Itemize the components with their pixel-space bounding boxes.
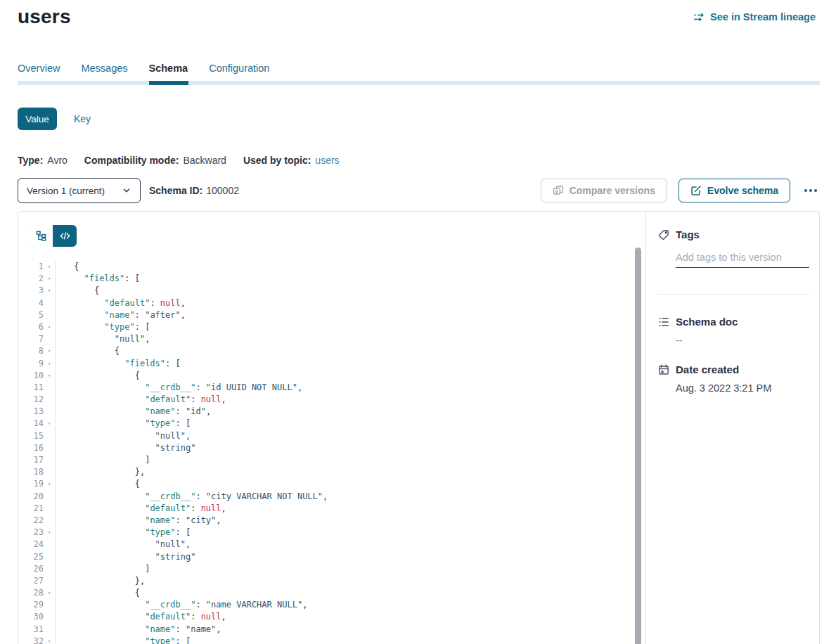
details-sidebar: Tags Schema doc -- xyxy=(645,212,819,644)
line-number: 12 xyxy=(18,394,44,406)
code-line[interactable]: 14▾ "type": [ xyxy=(18,418,645,430)
stream-lineage-link[interactable]: See in Stream lineage xyxy=(693,11,816,22)
code-line[interactable]: 32▾ "type": [ xyxy=(18,636,645,644)
code-line[interactable]: 17 ] xyxy=(18,454,645,466)
fold-arrow-icon[interactable]: ▾ xyxy=(44,321,55,333)
ellipsis-icon xyxy=(804,189,807,192)
value-toggle-button[interactable]: Value xyxy=(18,108,57,130)
code-line[interactable]: 23▾ "type": [ xyxy=(18,527,645,539)
tree-view-button[interactable] xyxy=(29,225,53,247)
fold-spacer xyxy=(44,563,55,575)
fold-spacer xyxy=(44,611,55,623)
code-view-button[interactable] xyxy=(53,225,77,247)
code-line[interactable]: 13 "name": "id", xyxy=(18,406,645,418)
fold-arrow-icon[interactable]: ▾ xyxy=(44,370,55,382)
line-number: 21 xyxy=(18,503,44,515)
code-line[interactable]: 22 "name": "city", xyxy=(18,515,645,527)
code-line[interactable]: 19▾ { xyxy=(18,478,645,490)
topic-link[interactable]: users xyxy=(315,155,339,166)
compare-versions-button[interactable]: Compare versions xyxy=(541,179,667,202)
evolve-schema-button[interactable]: Evolve schema xyxy=(679,179,790,202)
code-line[interactable]: 16 "string" xyxy=(18,442,645,454)
line-number: 25 xyxy=(18,551,44,563)
stream-lineage-icon xyxy=(693,12,705,22)
code-line[interactable]: 2▾ "fields": [ xyxy=(18,273,645,285)
tab-overview[interactable]: Overview xyxy=(18,63,60,79)
code-line[interactable]: 25 "string" xyxy=(18,551,645,563)
fold-arrow-icon[interactable]: ▾ xyxy=(44,587,55,599)
schema-doc-title: Schema doc xyxy=(676,316,738,328)
tag-icon xyxy=(658,229,669,240)
fold-arrow-icon[interactable]: ▾ xyxy=(44,261,55,273)
code-line[interactable]: 8▾ { xyxy=(18,345,645,357)
code-text: "string" xyxy=(56,551,195,563)
tab-messages[interactable]: Messages xyxy=(81,63,127,79)
fold-arrow-icon[interactable]: ▾ xyxy=(44,273,55,285)
code-lines: 1▾{2▾ "fields": [3▾ {4 "default": null,5… xyxy=(18,261,645,644)
code-text: }, xyxy=(56,575,145,587)
version-select[interactable]: Version 1 (current) xyxy=(18,178,141,203)
code-text: { xyxy=(56,345,120,357)
code-text: "type": [ xyxy=(56,527,191,539)
date-created-header: Date created xyxy=(646,363,819,375)
line-number: 3 xyxy=(18,285,44,297)
schema-id: Schema ID: 100002 xyxy=(149,185,239,196)
code-line[interactable]: 20 "__crdb__": "city VARCHAR NOT NULL", xyxy=(18,491,645,503)
code-line[interactable]: 10▾ { xyxy=(18,370,645,382)
code-line[interactable]: 5 "name": "after", xyxy=(18,309,645,321)
line-number: 11 xyxy=(18,382,44,394)
line-number: 14 xyxy=(18,418,44,430)
line-number: 5 xyxy=(18,309,44,321)
gutter: 8▾ xyxy=(18,345,56,357)
line-number: 23 xyxy=(18,527,44,539)
code-line[interactable]: 15 "null", xyxy=(18,430,645,442)
gutter: 10▾ xyxy=(18,370,56,382)
code-line[interactable]: 24 "null", xyxy=(18,539,645,550)
code-line[interactable]: 30 "default": null, xyxy=(18,611,645,623)
line-number: 6 xyxy=(18,321,44,333)
line-number: 22 xyxy=(18,515,44,527)
code-line[interactable]: 31 "name": "name", xyxy=(18,624,645,636)
tags-input[interactable] xyxy=(676,250,809,268)
tab-schema[interactable]: Schema xyxy=(149,63,188,79)
fold-arrow-icon[interactable]: ▾ xyxy=(44,527,55,539)
line-number: 1 xyxy=(18,261,44,273)
used-by-topic-label: Used by topic: xyxy=(243,155,311,166)
key-toggle-button[interactable]: Key xyxy=(74,113,91,124)
fold-arrow-icon[interactable]: ▾ xyxy=(44,636,55,644)
gutter: 17 xyxy=(18,454,56,466)
schema-editor[interactable]: 1▾{2▾ "fields": [3▾ {4 "default": null,5… xyxy=(18,212,645,644)
code-line[interactable]: 27 }, xyxy=(18,575,645,587)
tab-configuration[interactable]: Configuration xyxy=(209,63,269,79)
more-options-button[interactable] xyxy=(802,189,820,192)
gutter: 30 xyxy=(18,611,56,623)
code-text: "default": null, xyxy=(56,611,226,623)
fold-arrow-icon[interactable]: ▾ xyxy=(44,358,55,370)
gutter: 7 xyxy=(18,333,56,345)
code-text: "string" xyxy=(56,442,195,454)
code-line[interactable]: 12 "default": null, xyxy=(18,394,645,406)
fold-arrow-icon[interactable]: ▾ xyxy=(44,418,55,430)
vertical-scrollbar[interactable] xyxy=(635,247,641,644)
code-line[interactable]: 26 ] xyxy=(18,563,645,575)
code-line[interactable]: 29 "__crdb__": "name VARCHAR NULL", xyxy=(18,599,645,611)
meta-row: Type: Avro Compatibility mode: Backward … xyxy=(18,155,340,166)
code-line[interactable]: 11 "__crdb__": "id UUID NOT NULL", xyxy=(18,382,645,394)
code-line[interactable]: 4 "default": null, xyxy=(18,297,645,309)
code-line[interactable]: 28▾ { xyxy=(18,587,645,599)
compare-icon xyxy=(553,185,564,196)
fold-arrow-icon[interactable]: ▾ xyxy=(44,478,55,490)
code-line[interactable]: 18 }, xyxy=(18,466,645,478)
code-line[interactable]: 6▾ "type": [ xyxy=(18,321,645,333)
code-line[interactable]: 1▾{ xyxy=(18,261,645,273)
code-text: "type": [ xyxy=(56,321,150,333)
code-line[interactable]: 3▾ { xyxy=(18,285,645,297)
line-number: 8 xyxy=(18,345,44,357)
fold-arrow-icon[interactable]: ▾ xyxy=(44,285,55,297)
code-line[interactable]: 21 "default": null, xyxy=(18,503,645,515)
code-line[interactable]: 7 "null", xyxy=(18,333,645,345)
fold-arrow-icon[interactable]: ▾ xyxy=(44,345,55,357)
line-number: 10 xyxy=(18,370,44,382)
code-line[interactable]: 9▾ "fields": [ xyxy=(18,358,645,370)
fold-spacer xyxy=(44,309,55,321)
